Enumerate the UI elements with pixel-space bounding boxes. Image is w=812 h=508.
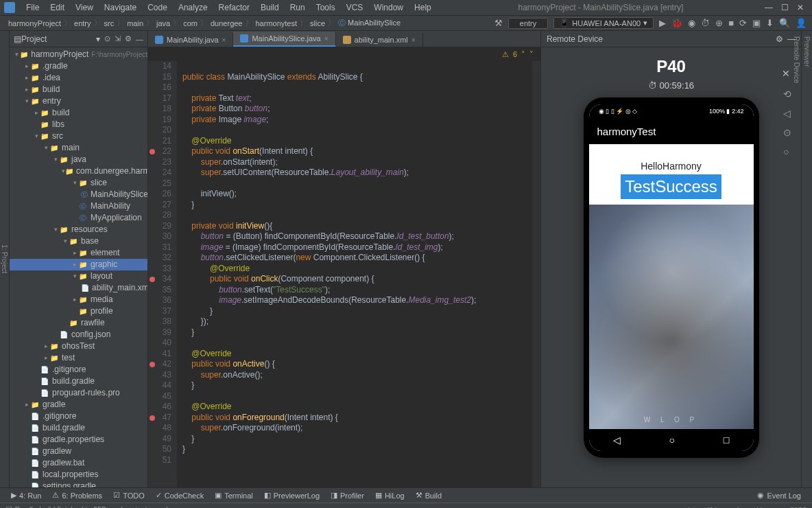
project-tree[interactable]: ▾📁harmonyProjectF:\harmonyProject▸📁.grad… [10,47,147,487]
tab-close-icon[interactable]: × [324,35,329,43]
breadcrumb-item[interactable]: slice [307,19,328,27]
sdk-icon[interactable]: ⬇ [766,18,774,28]
tree-item[interactable]: ▾📁src [10,130,147,142]
menu-vcs[interactable]: VCS [341,0,369,15]
tree-item[interactable]: ▸📁build [10,107,147,119]
run-icon[interactable]: ▶ [659,18,666,28]
bottom-tool[interactable]: ▶4: Run [5,491,47,500]
tree-item[interactable]: 📁rawfile [10,317,147,329]
tree-item[interactable]: 📄build.gradle [10,422,147,434]
gear-icon[interactable]: ⚙ [125,34,132,43]
collapse-icon[interactable]: ⊙ [104,34,110,43]
bottom-tool[interactable]: ✓CodeCheck [150,491,209,500]
rotate-icon[interactable]: ⟲ [783,89,791,100]
maximize-icon[interactable]: ☐ [781,3,789,12]
tree-item[interactable]: ▸📁ohosTest [10,340,147,352]
hide-icon[interactable]: — [136,35,143,43]
menu-build[interactable]: Build [255,0,285,15]
breadcrumb-item[interactable]: com [180,19,200,27]
tree-item[interactable]: ▾📁resources [10,224,147,235]
tree-item[interactable]: ▾📁com.dunergee.harmony [10,165,147,177]
tree-item[interactable]: ▸📁gradle [10,399,147,411]
device-selector[interactable]: 📱HUAWEI ANA-AN00 ▾ [553,17,654,29]
nav-back-icon[interactable]: ◁ [613,435,621,446]
tree-item[interactable]: ▸📁element [10,247,147,259]
tree-item[interactable]: 📄build.gradle [10,376,147,387]
close-icon[interactable]: ✕ [782,68,790,79]
menu-file[interactable]: File [21,0,45,15]
tree-item[interactable]: 📄.gitignore [10,411,147,422]
bottom-tool[interactable]: ▦HiLog [370,491,410,500]
tree-item[interactable]: 📄gradle.properties [10,434,147,446]
menu-edit[interactable]: Edit [45,0,70,15]
tab-close-icon[interactable]: × [222,36,226,44]
profiler-icon[interactable]: ⏱ [701,18,710,28]
bottom-tool[interactable]: ▣Terminal [209,491,259,500]
debug-icon[interactable]: 🐞 [671,18,682,28]
bottom-tool[interactable]: ☑TODO [108,491,150,500]
breadcrumb-item[interactable]: dunergee [208,19,246,27]
minimize-icon[interactable]: — [765,3,773,12]
breadcrumb-item[interactable]: entry [71,19,93,27]
tree-item[interactable]: ▸📁media [10,294,147,305]
tree-item[interactable]: ▸📁test [10,352,147,364]
menu-view[interactable]: View [70,0,99,15]
tree-item[interactable]: ▾📁harmonyProjectF:\harmonyProject [10,49,147,60]
code-editor[interactable]: public class MainAbilitySlice extends Ab… [177,61,532,487]
chevron-up-icon[interactable]: ˄ [521,50,525,59]
project-title[interactable]: Project [21,34,96,44]
gear-icon[interactable]: ⚙ [776,34,783,44]
attach-icon[interactable]: ⊕ [715,18,723,28]
tree-item[interactable]: ▾📁java [10,154,147,165]
sync-icon[interactable]: ⟳ [739,18,747,28]
tree-item[interactable]: 📄gradlew [10,446,147,457]
tree-item[interactable]: 📄ability_main.xml [10,282,147,294]
tree-item[interactable]: ▸📁graphic [10,259,147,270]
tree-item[interactable]: 📁libs [10,119,147,130]
breadcrumb-item[interactable]: java [154,19,173,27]
tree-item[interactable]: 📄config.json [10,329,147,340]
run-config-selector[interactable]: entry [508,18,548,29]
tree-item[interactable]: 📄settings.gradle [10,481,147,487]
tree-item[interactable]: ▾📁layout [10,270,147,282]
project-combo-icon[interactable]: ▤ [14,34,21,44]
tree-item[interactable]: ▾📁base [10,235,147,247]
breadcrumb-item[interactable]: harmonytest [253,19,300,27]
nav-home-icon[interactable]: ○ [669,435,675,446]
editor-tab[interactable]: MainAbilitySlice.java× [233,32,335,47]
tree-item[interactable]: ⒸMyApplication [10,212,147,224]
breadcrumb-item[interactable]: src [102,19,117,27]
tree-item[interactable]: ⒸMainAbilitySlice [10,189,147,200]
test-button[interactable]: TestSuccess [621,174,721,199]
tree-item[interactable]: 📁profile [10,305,147,317]
menu-tools[interactable]: Tools [311,0,341,15]
home-icon[interactable]: ⊙ [783,127,791,138]
tree-item[interactable]: ▸📁.idea [10,72,147,84]
tree-item[interactable]: ▸📁build [10,84,147,95]
menu-code[interactable]: Code [142,0,173,15]
menu-analyze[interactable]: Analyze [173,0,213,15]
tree-item[interactable]: ⒸMainAbility [10,200,147,212]
chevron-down-icon[interactable]: ˅ [529,50,534,59]
tree-item[interactable]: ▾📁slice [10,177,147,189]
bottom-tool[interactable]: ◨Profiler [325,491,370,500]
project-dropdown-icon[interactable]: ▾ [96,34,100,44]
tree-item[interactable]: 📄gradlew.bat [10,457,147,469]
tree-item[interactable]: ▾📁entry [10,95,147,107]
stop-icon[interactable]: ■ [728,18,734,28]
breadcrumb-item[interactable]: harmonyProject [5,19,64,27]
tree-item[interactable]: 📄local.properties [10,469,147,481]
tree-item[interactable]: ▾📁main [10,142,147,154]
tree-item[interactable]: 📄proguard-rules.pro [10,387,147,399]
breadcrumb-item[interactable]: Ⓒ MainAbilitySlice [335,18,403,28]
back-icon[interactable]: ◁ [783,108,791,119]
nav-recent-icon[interactable]: □ [724,435,729,446]
bottom-tool[interactable]: ◧PreviewerLog [259,491,325,500]
warnings-summary[interactable]: ⚠ 6 ˄ ˅ [148,47,540,61]
previewer-tab[interactable]: Previewer [802,31,812,487]
recent-icon[interactable]: ○ [783,146,791,157]
project-tab[interactable]: 1: Project [0,31,9,487]
bottom-tool[interactable]: ⚒Build [410,491,447,500]
bottom-tool[interactable]: ⚠6: Problems [47,491,108,500]
tab-close-icon[interactable]: × [411,36,416,44]
